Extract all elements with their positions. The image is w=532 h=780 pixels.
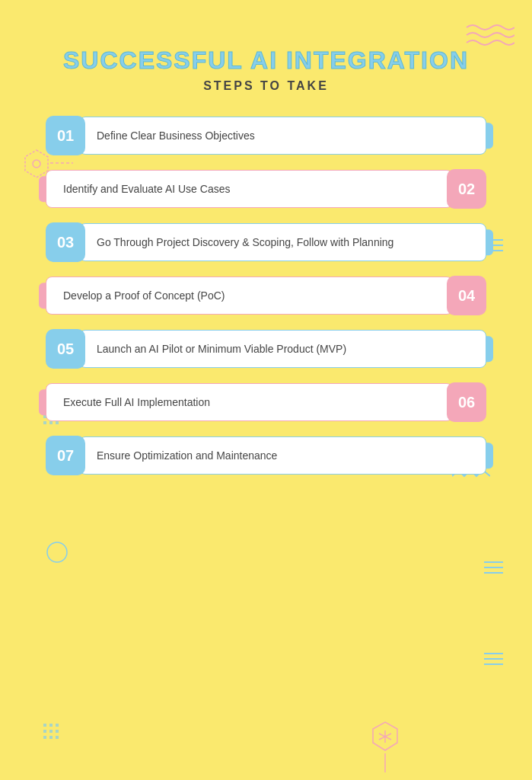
step-item-04: 04Develop a Proof of Concept (PoC) — [46, 276, 486, 315]
step-number-01: 01 — [46, 116, 85, 155]
svg-rect-33 — [56, 736, 59, 739]
svg-rect-32 — [49, 736, 53, 739]
deco-hex-bottom — [368, 720, 403, 757]
deco-circle-left — [46, 541, 68, 567]
step-item-05: 05Launch an AI Pilot or Minimum Viable P… — [46, 329, 486, 369]
svg-rect-31 — [43, 736, 46, 739]
step-card-03: Go Through Project Discovery & Scoping, … — [79, 223, 486, 261]
step-card-02: Identify and Evaluate AI Use Cases — [46, 170, 453, 208]
step-number-05: 05 — [46, 329, 85, 369]
step-card-05: Launch an AI Pilot or Minimum Viable Pro… — [79, 330, 486, 368]
title-section: SUCCESSFUL AI INTEGRATION STEPS TO TAKE — [30, 30, 502, 93]
sub-title: STEPS TO TAKE — [30, 79, 502, 93]
step-card-01: Define Clear Business Objectives — [79, 117, 486, 155]
step-number-02: 02 — [447, 169, 486, 209]
deco-lines-right2 — [480, 558, 503, 584]
main-title: SUCCESSFUL AI INTEGRATION — [30, 46, 502, 75]
deco-dots-left2 — [42, 722, 68, 752]
svg-rect-29 — [49, 730, 53, 733]
step-item-02: 02Identify and Evaluate AI Use Cases — [46, 169, 486, 209]
step-card-07: Ensure Optimization and Maintenance — [79, 436, 486, 475]
svg-rect-26 — [49, 724, 53, 727]
step-item-06: 06Execute Full AI Implementation — [46, 382, 486, 422]
svg-rect-27 — [56, 724, 59, 727]
svg-marker-0 — [25, 150, 48, 177]
svg-point-18 — [47, 542, 67, 562]
svg-rect-30 — [56, 730, 59, 733]
step-item-07: 07Ensure Optimization and Maintenance — [46, 436, 486, 475]
step-card-04: Develop a Proof of Concept (PoC) — [46, 277, 453, 315]
page-container: SUCCESSFUL AI INTEGRATION STEPS TO TAKE … — [0, 0, 532, 780]
deco-lines-right3 — [480, 650, 503, 676]
steps-container: 01Define Clear Business Objectives02Iden… — [30, 116, 502, 475]
deco-waves-top — [465, 21, 511, 52]
step-number-03: 03 — [46, 222, 85, 262]
step-card-06: Execute Full AI Implementation — [46, 383, 453, 421]
step-number-06: 06 — [447, 382, 486, 422]
step-item-03: 03Go Through Project Discovery & Scoping… — [46, 222, 486, 262]
step-number-04: 04 — [447, 276, 486, 315]
svg-rect-28 — [43, 730, 46, 733]
svg-point-1 — [33, 160, 40, 168]
step-item-01: 01Define Clear Business Objectives — [46, 116, 486, 155]
step-number-07: 07 — [46, 436, 85, 475]
svg-rect-25 — [43, 724, 46, 727]
